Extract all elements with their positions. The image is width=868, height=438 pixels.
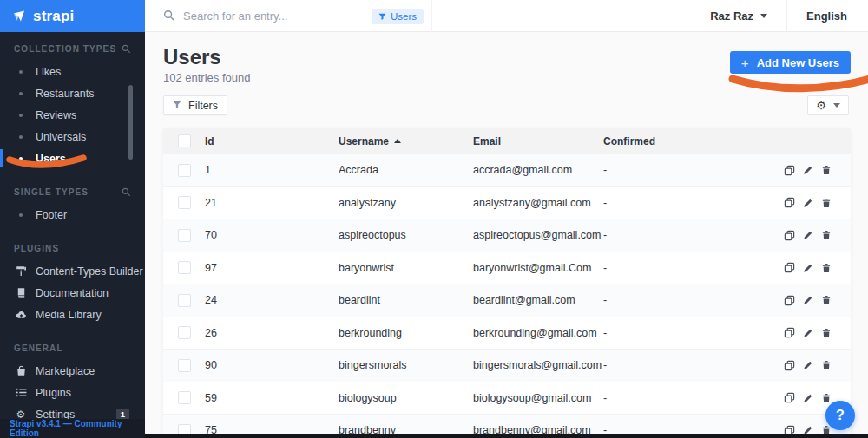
- duplicate-icon[interactable]: [784, 327, 795, 338]
- cell-id: 97: [205, 262, 339, 274]
- row-checkbox[interactable]: [178, 164, 191, 177]
- column-header-email[interactable]: Email: [473, 135, 603, 147]
- sidebar-item-reviews[interactable]: Reviews: [0, 104, 145, 126]
- sidebar-item-label: Likes: [36, 66, 61, 78]
- cell-username: biologysoup: [339, 392, 473, 404]
- page-title: Users: [163, 45, 221, 69]
- row-checkbox[interactable]: [178, 359, 191, 372]
- table-settings-button[interactable]: ⚙: [807, 95, 849, 115]
- sidebar-item-content-types-builder[interactable]: Content-Types Builder: [0, 260, 145, 282]
- delete-icon[interactable]: [821, 263, 832, 273]
- table-row[interactable]: 26 berkrounding berkrounding@gmail.com -: [163, 317, 851, 350]
- sidebar-scrollbar[interactable]: [128, 85, 133, 160]
- duplicate-icon[interactable]: [784, 360, 795, 371]
- cell-id: 90: [205, 359, 339, 371]
- duplicate-icon[interactable]: [784, 262, 795, 273]
- filters-button-label: Filters: [188, 100, 218, 112]
- strapi-logo[interactable]: strapi: [0, 0, 145, 32]
- delete-icon[interactable]: [821, 393, 832, 403]
- sidebar-item-footer[interactable]: Footer: [0, 204, 145, 226]
- select-all-checkbox[interactable]: [178, 134, 191, 147]
- sidebar-item-universals[interactable]: Universals: [0, 126, 145, 147]
- delete-icon[interactable]: [821, 360, 832, 370]
- table-row[interactable]: 59 biologysoup biologysoup@gmail.com -: [163, 382, 851, 415]
- column-header-id[interactable]: Id: [205, 135, 339, 147]
- sidebar-version-footer: Strapi v3.4.1 — Community Edition: [0, 419, 145, 438]
- cell-email: biologysoup@gmail.com: [473, 392, 603, 404]
- table-body: 1 Accrada accrada@gmail.com - 21 analyst…: [163, 154, 851, 438]
- table-row[interactable]: 70 aspireoctopus aspireoctopus@gmail.com…: [163, 219, 851, 252]
- add-new-users-button[interactable]: + Add New Users: [730, 51, 851, 74]
- edit-icon[interactable]: [803, 360, 813, 370]
- sidebar-item-likes[interactable]: Likes: [0, 61, 145, 82]
- edit-icon[interactable]: [803, 295, 813, 305]
- cell-confirmed: -: [603, 327, 773, 339]
- plus-icon: +: [741, 56, 749, 70]
- sidebar-sections: COLLECTION TYPESLikesRestaurantsReviewsU…: [0, 32, 145, 425]
- bullet-icon: [19, 157, 23, 160]
- section-title: PLUGINS: [14, 244, 59, 253]
- table-row[interactable]: 90 bingersmorals bingersmorals@gmail.com…: [163, 349, 851, 382]
- table-row[interactable]: 21 analystzany analystzany@gmail.com -: [163, 186, 851, 219]
- sidebar-item-marketplace[interactable]: Marketplace: [0, 360, 145, 382]
- cell-email: analystzany@gmail.com: [473, 197, 603, 209]
- cell-confirmed: -: [603, 229, 773, 241]
- row-checkbox[interactable]: [178, 391, 191, 404]
- marker-annotation-add-button: [727, 71, 868, 97]
- duplicate-icon[interactable]: [784, 165, 795, 176]
- sidebar-item-label: Media Library: [36, 309, 102, 321]
- filter-chip-users[interactable]: Users: [372, 9, 424, 24]
- edit-icon[interactable]: [803, 165, 813, 175]
- duplicate-icon[interactable]: [784, 392, 795, 403]
- cell-username: analystzany: [339, 197, 473, 209]
- help-button[interactable]: ?: [825, 401, 855, 430]
- cell-email: accrada@gmail.com: [473, 164, 603, 176]
- search-icon[interactable]: [122, 44, 131, 54]
- language-selector[interactable]: English: [806, 10, 847, 23]
- section-header: COLLECTION TYPES: [0, 40, 145, 57]
- edit-icon[interactable]: [803, 263, 813, 273]
- row-checkbox[interactable]: [178, 229, 191, 242]
- bullet-icon: [19, 70, 23, 74]
- section-header: PLUGINS: [0, 239, 145, 257]
- duplicate-icon[interactable]: [784, 295, 795, 306]
- cell-id: 70: [205, 229, 339, 241]
- main-content: Users 102 entries found + Add New Users …: [145, 32, 868, 438]
- sidebar-item-plugins[interactable]: Plugins: [0, 382, 145, 403]
- column-header-confirmed[interactable]: Confirmed: [603, 135, 773, 147]
- cell-id: 26: [205, 327, 339, 339]
- search-icon[interactable]: [122, 187, 131, 197]
- chevron-down-icon: [833, 103, 840, 108]
- row-checkbox[interactable]: [178, 196, 191, 209]
- delete-icon[interactable]: [821, 198, 832, 208]
- sidebar-item-users[interactable]: Users: [0, 147, 145, 169]
- delete-icon[interactable]: [821, 165, 832, 175]
- edit-icon[interactable]: [803, 230, 813, 240]
- duplicate-icon[interactable]: [784, 230, 795, 241]
- delete-icon[interactable]: [821, 230, 832, 240]
- sidebar-item-media-library[interactable]: Media Library: [0, 304, 145, 325]
- table-row[interactable]: 97 baryonwrist baryonwrist@gmail.Com -: [163, 252, 851, 284]
- table-row[interactable]: 24 beardlint beardlint@gmail.com -: [163, 284, 851, 317]
- user-menu[interactable]: Raz Raz: [710, 10, 767, 23]
- filters-button[interactable]: Filters: [163, 95, 227, 115]
- topbar-divider: [786, 0, 787, 32]
- sidebar-item-restaurants[interactable]: Restaurants: [0, 82, 145, 104]
- sidebar-item-documentation[interactable]: Documentation: [0, 282, 145, 304]
- delete-icon[interactable]: [821, 328, 832, 338]
- column-header-username[interactable]: Username: [339, 135, 473, 147]
- edit-icon[interactable]: [803, 328, 813, 338]
- edit-icon[interactable]: [803, 393, 813, 403]
- duplicate-icon[interactable]: [784, 197, 795, 208]
- row-checkbox[interactable]: [178, 294, 191, 307]
- edit-icon[interactable]: [803, 198, 813, 208]
- row-checkbox[interactable]: [178, 326, 191, 339]
- delete-icon[interactable]: [821, 295, 832, 305]
- bottom-edge-bar: [145, 434, 868, 438]
- row-checkbox[interactable]: [178, 261, 191, 274]
- cell-id: 59: [205, 392, 339, 404]
- table-row[interactable]: 1 Accrada accrada@gmail.com -: [163, 154, 851, 186]
- book-icon: [15, 287, 27, 298]
- search-input[interactable]: Search for an entry...: [183, 10, 287, 23]
- cell-username: aspireoctopus: [339, 229, 473, 241]
